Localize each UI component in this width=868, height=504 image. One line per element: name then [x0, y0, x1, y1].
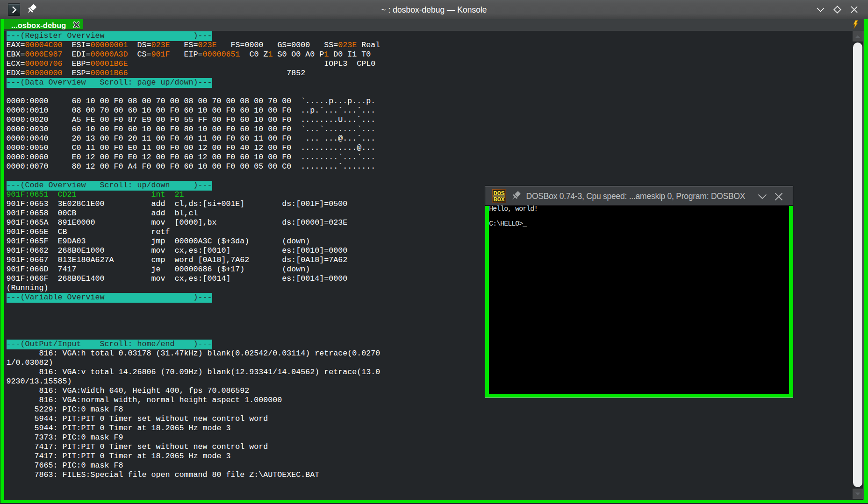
svg-text:BOX: BOX [493, 196, 505, 203]
